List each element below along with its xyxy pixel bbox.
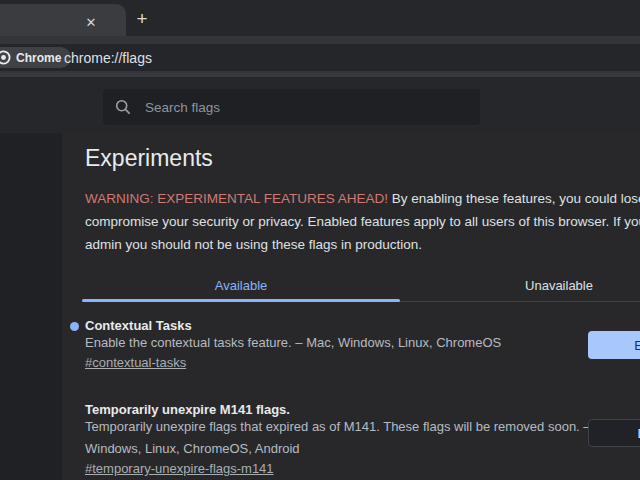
search-box[interactable] [103, 89, 480, 125]
flag-modified-dot [70, 322, 79, 331]
page-title: Experiments [85, 145, 213, 172]
content-panel: Experiments WARNING: EXPERIMENTAL FEATUR… [62, 133, 640, 480]
warning-label: WARNING: EXPERIMENTAL FEATURES AHEAD! [85, 191, 388, 206]
tab-close-icon[interactable]: ✕ [81, 12, 101, 32]
browser-window: ✕ + Chrome chrome://flags [0, 0, 640, 480]
flag-description: Temporarily unexpire flags that expired … [85, 416, 622, 438]
flags-header [0, 77, 640, 133]
tab-strip: ✕ + [0, 0, 640, 36]
flag-permalink[interactable]: #contextual-tasks [85, 355, 186, 370]
chip-label: Chrome [16, 51, 61, 65]
warning-line-2: compromise your security or privacy. Ena… [85, 210, 640, 233]
flag-description: Windows, Linux, ChromeOS, Android [85, 438, 300, 460]
search-icon [115, 99, 131, 115]
toolbar: Chrome chrome://flags [0, 36, 640, 73]
flag-select-default[interactable]: Default [588, 419, 640, 447]
browser-tab[interactable]: ✕ [0, 4, 126, 38]
warning-text: WARNING: EXPERIMENTAL FEATURES AHEAD! By… [85, 187, 640, 256]
warning-line-1-rest: By enabling these features, you could lo… [388, 191, 640, 206]
chrome-logo-icon [0, 50, 11, 65]
tab-available[interactable]: Available [82, 269, 400, 302]
search-input[interactable] [143, 99, 480, 116]
omnibox[interactable]: Chrome chrome://flags [0, 44, 640, 71]
chrome-chip[interactable]: Chrome [0, 47, 71, 68]
selected-tab-indicator [82, 299, 400, 302]
omnibox-url[interactable]: chrome://flags [64, 44, 152, 71]
tab-unavailable[interactable]: Unavailable [400, 269, 640, 302]
flag-permalink[interactable]: #temporary-unexpire-flags-m141 [85, 461, 274, 476]
flag-title: Temporarily unexpire M141 flags. [85, 402, 290, 417]
warning-line-3: admin you should not be using these flag… [85, 233, 640, 256]
flag-description: Enable the contextual tasks feature. – M… [85, 332, 501, 354]
warning-line-1: WARNING: EXPERIMENTAL FEATURES AHEAD! By… [85, 187, 640, 210]
new-tab-button[interactable]: + [131, 8, 153, 30]
flags-tab-bar: Available Unavailable [82, 269, 640, 302]
flag-select-enabled[interactable]: Enabled [588, 331, 640, 359]
flag-title: Contextual Tasks [85, 318, 192, 333]
